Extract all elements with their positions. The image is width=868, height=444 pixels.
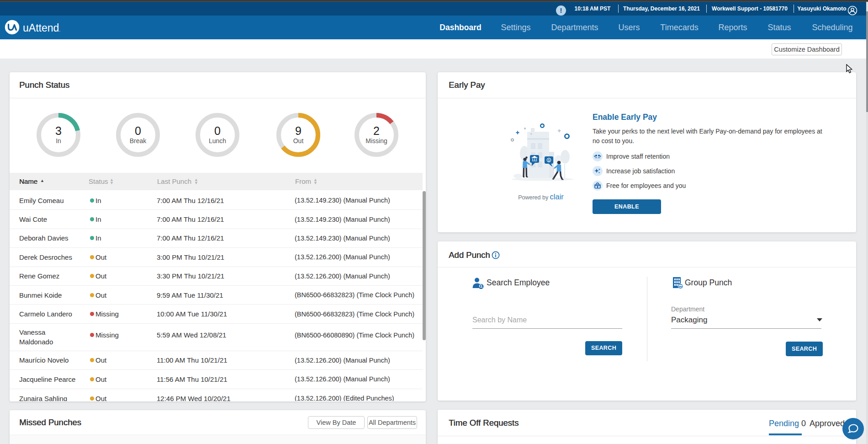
svg-text:$: $ (548, 159, 550, 162)
